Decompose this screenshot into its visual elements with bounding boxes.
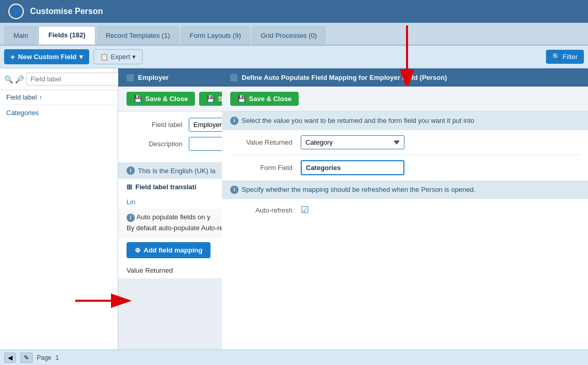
tab-fields[interactable]: Fields (182) (38, 26, 95, 45)
chevron-down-icon: ▾ (132, 53, 136, 61)
dialog-save-row: 💾 Save & Close (222, 87, 588, 111)
employer-title: Employer (138, 74, 169, 81)
form-field-label: Form Field (230, 164, 292, 172)
value-returned-row: Value Returned Category Name Code Descri… (222, 130, 588, 155)
description-label: Description (127, 140, 189, 148)
sort-row[interactable]: Field label ↑ (0, 90, 118, 105)
dialog-title: Define Auto Populate Field Mapping for E… (242, 74, 447, 81)
floppy-icon: 💾 (237, 95, 246, 103)
page-title: Customise Person (30, 7, 103, 16)
auto-refresh-checkbox[interactable]: ☑ (301, 204, 309, 216)
form-field-row: Form Field Categories (222, 155, 588, 180)
auto-refresh-row: Auto-refresh ☑ (222, 199, 588, 221)
toolbar: + New Custom Field ▾ 📋 Expert ▾ 🔍 Filter (0, 46, 588, 68)
info-icon: i (230, 186, 239, 194)
field-label-label: Field label (127, 121, 189, 129)
employer-save-close-button[interactable]: 💾 Save & Close (127, 92, 195, 106)
top-bar: 👤 Customise Person (0, 0, 588, 23)
tab-form-layouts[interactable]: Form Layouts (9) (180, 26, 250, 45)
floppy-icon: 💾 (206, 95, 215, 103)
tab-grid-processes[interactable]: Grid Processes (0) (251, 26, 326, 45)
dialog-body: i Select the value you want to be return… (222, 111, 588, 349)
dialog-overlay: Define Auto Populate Field Mapping for E… (222, 68, 588, 349)
new-custom-field-button[interactable]: + New Custom Field ▾ (4, 49, 89, 64)
form-field-value: Categories (301, 160, 404, 175)
info-icon: i (127, 214, 135, 222)
page-number: 1 (55, 354, 59, 361)
tab-bar: Main Fields (182) Record Templates (1) F… (0, 23, 588, 46)
chevron-down-icon: ▾ (79, 53, 83, 61)
avatar: 👤 (8, 4, 24, 19)
zoom-out-button[interactable]: 🔍 (4, 75, 13, 83)
expert-icon: 📋 (100, 53, 108, 61)
page-label: Page (37, 354, 51, 361)
auto-populate-dialog: Define Auto Populate Field Mapping for E… (222, 68, 588, 349)
avatar-icon: 👤 (12, 8, 20, 16)
info-icon: i (230, 117, 239, 125)
tab-main[interactable]: Main (4, 26, 37, 45)
zoom-in-button[interactable]: 🔎 (15, 75, 24, 83)
refresh-info-row: i Specify whether the mapping should be … (222, 180, 588, 199)
plus-circle-icon: ⊕ (135, 246, 141, 254)
dialog-header: Define Auto Populate Field Mapping for E… (222, 68, 588, 87)
left-panel: 🔍 🔎 Field label ↑ Categories (0, 68, 118, 349)
search-row: 🔍 🔎 (0, 68, 118, 90)
filter-button[interactable]: 🔍 Filter (546, 50, 584, 64)
bottom-bar: ◀ ✎ Page 1 (0, 349, 588, 365)
list-item-categories[interactable]: Categories (0, 105, 118, 121)
expand-icon: ⊞ (127, 183, 132, 191)
collapse-left-button[interactable]: ◀ (4, 353, 16, 363)
pencil-button[interactable]: ✎ (20, 353, 33, 363)
info-icon: i (127, 166, 135, 175)
dialog-info-row: i Select the value you want to be return… (222, 111, 588, 130)
dialog-icon (230, 74, 237, 81)
value-returned-select[interactable]: Category Name Code Description (301, 135, 404, 149)
add-field-mapping-button[interactable]: ⊕ Add field mapping (127, 242, 211, 258)
auto-refresh-label: Auto-refresh (230, 206, 292, 214)
filter-icon: 🔍 (552, 53, 561, 61)
main-content: Employer 💾 Save & Close 💾 Save Field lab… (118, 68, 588, 349)
value-returned-label: Value Returned (230, 138, 292, 146)
expert-button[interactable]: 📋 Expert ▾ (93, 49, 143, 64)
dialog-save-close-button[interactable]: 💾 Save & Close (230, 92, 299, 106)
panel-icon (127, 74, 134, 81)
floppy-icon: 💾 (134, 95, 142, 103)
plus-icon: + (10, 52, 15, 61)
sort-asc-icon: ↑ (39, 93, 43, 101)
tab-record-templates[interactable]: Record Templates (1) (96, 26, 179, 45)
search-input[interactable] (26, 73, 122, 86)
